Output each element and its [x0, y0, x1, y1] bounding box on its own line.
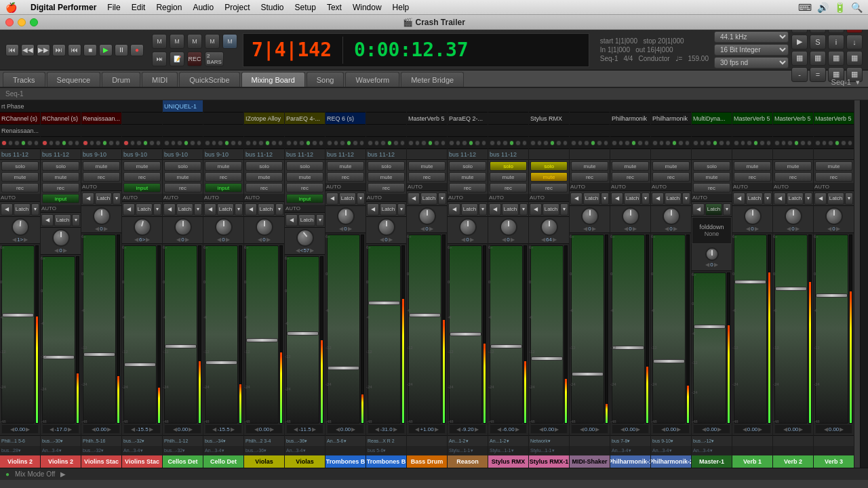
- plugin-slot-1-20[interactable]: [814, 100, 854, 113]
- pan-right-4[interactable]: ▶: [185, 237, 189, 243]
- mute-btn-20[interactable]: mute: [815, 161, 852, 171]
- auto-left-7[interactable]: ◀: [285, 214, 298, 226]
- menu-file[interactable]: File: [107, 3, 120, 12]
- grid3-icon-btn[interactable]: ▦: [828, 51, 844, 66]
- rec-btn-4[interactable]: rec: [164, 183, 201, 192]
- bottom-bus1-12[interactable]: An...1-2▾: [488, 436, 528, 446]
- vertical-scrollbar[interactable]: [860, 100, 868, 468]
- rec-btn-2[interactable]: rec: [83, 172, 120, 182]
- latch-btn-8[interactable]: Latch: [339, 192, 356, 205]
- bottom-bus1-0[interactable]: Phili...1 5-6: [0, 436, 40, 446]
- fader-up-4[interactable]: ▶: [189, 426, 193, 432]
- solo-btn-11[interactable]: solo: [449, 161, 486, 171]
- fader-thumb-6[interactable]: [246, 338, 278, 342]
- mute-btn-6[interactable]: mute: [245, 172, 283, 182]
- auto-left-12[interactable]: ◀: [489, 203, 501, 216]
- plugin-slot-3-10[interactable]: [407, 125, 447, 137]
- mode-btn-rec[interactable]: REC: [187, 52, 202, 66]
- auto-right-10[interactable]: ▾: [438, 192, 446, 205]
- fader-down-9[interactable]: ◀: [375, 426, 379, 432]
- pan-knob-10[interactable]: [418, 207, 436, 225]
- auto-right-5[interactable]: ▾: [235, 203, 243, 216]
- solo-btn-1[interactable]: solo: [42, 161, 79, 171]
- plugin-slot-1-4[interactable]: UNIQUEL-1: [163, 100, 203, 113]
- pan-right-19[interactable]: ▶: [795, 226, 800, 232]
- fader-track-16[interactable]: [652, 235, 686, 424]
- fader-up-7[interactable]: ▶: [312, 426, 316, 432]
- pan-right-7[interactable]: ▶: [310, 247, 314, 253]
- fader-down-20[interactable]: ◀: [824, 426, 828, 432]
- plugin-slot-1-12[interactable]: [488, 100, 528, 113]
- mute-btn-11[interactable]: mute: [449, 172, 486, 182]
- fader-track-4[interactable]: [164, 245, 197, 424]
- auto-right-3[interactable]: ▾: [153, 203, 161, 216]
- bottom-bus1-16[interactable]: bus 9-10▾: [651, 436, 691, 446]
- plugin-slot-3-12[interactable]: [488, 125, 528, 137]
- bottom-bus1-8[interactable]: An...5-6▾: [326, 436, 366, 446]
- tab-song[interactable]: Song: [307, 72, 344, 87]
- plugin-slot-3-8[interactable]: [326, 125, 366, 137]
- channel-label-bar-4[interactable]: Cellos Det: [163, 455, 203, 468]
- auto-left-0[interactable]: ◀: [1, 203, 13, 216]
- solo-btn-4[interactable]: solo: [164, 161, 201, 171]
- fader-track-14[interactable]: [571, 235, 604, 424]
- fader-up-14[interactable]: ▶: [595, 426, 599, 432]
- pan-left-8[interactable]: ◀: [339, 226, 343, 232]
- fader-thumb-3[interactable]: [124, 363, 156, 367]
- input-btn-1[interactable]: input: [42, 194, 79, 203]
- fader-down-2[interactable]: ◀: [92, 426, 96, 432]
- plugin-slot-2-8[interactable]: REQ 6 (s): [326, 113, 366, 125]
- fader-thumb-7[interactable]: [287, 331, 319, 336]
- pan-left-17[interactable]: ◀: [705, 262, 709, 268]
- bottom-route-4[interactable]: bus...-32▾: [163, 446, 203, 455]
- latch-btn-15[interactable]: Latch: [624, 192, 641, 205]
- pan-left-16[interactable]: ◀: [665, 226, 669, 232]
- pan-knob-8[interactable]: [337, 207, 355, 225]
- tab-mixing-board[interactable]: Mixing Board: [241, 72, 305, 87]
- pan-right-17[interactable]: ▶: [714, 262, 718, 268]
- pan-right-5[interactable]: ▶: [226, 237, 230, 243]
- plugin-slot-2-1[interactable]: RChannel (s): [41, 113, 81, 125]
- pan-right-6[interactable]: ▶: [267, 237, 271, 243]
- fader-track-12[interactable]: [490, 245, 523, 424]
- channel-label-bar-17[interactable]: Master-1: [692, 455, 732, 468]
- plugin-slot-3-19[interactable]: [773, 125, 813, 137]
- fader-down-4[interactable]: ◀: [173, 426, 177, 432]
- fader-thumb-5[interactable]: [205, 361, 237, 365]
- auto-right-17[interactable]: ▾: [723, 203, 731, 216]
- channel-label-bar-15[interactable]: Philharmonik-1: [610, 455, 650, 468]
- mute-btn-16[interactable]: mute: [652, 161, 690, 171]
- fader-down-0[interactable]: ◀: [10, 426, 14, 432]
- apple-menu[interactable]: 🍎: [5, 2, 17, 13]
- auto-left-1[interactable]: ◀: [41, 214, 54, 226]
- input-btn-3[interactable]: input: [123, 183, 161, 192]
- bottom-route-2[interactable]: bus...-32▾: [81, 446, 121, 455]
- fader-up-0[interactable]: ▶: [26, 426, 30, 432]
- fader-track-13[interactable]: [530, 245, 564, 424]
- bottom-route-3[interactable]: An...3-4▾: [122, 446, 162, 455]
- fader-down-16[interactable]: ◀: [661, 426, 665, 432]
- channel-label-bar-2[interactable]: Violins Stac: [81, 455, 121, 468]
- plugin-slot-1-15[interactable]: [610, 100, 650, 113]
- pan-right-18[interactable]: ▶: [755, 226, 759, 232]
- auto-left-5[interactable]: ◀: [204, 203, 216, 216]
- auto-left-6[interactable]: ◀: [245, 203, 257, 216]
- auto-right-8[interactable]: ▾: [357, 192, 365, 205]
- bottom-route-19[interactable]: [773, 446, 813, 455]
- latch-btn-2[interactable]: Latch: [95, 192, 112, 205]
- fader-down-5[interactable]: ◀: [212, 426, 216, 432]
- mute-btn-4[interactable]: mute: [164, 172, 201, 182]
- plugin-slot-2-3[interactable]: [122, 113, 162, 125]
- pan-left-18[interactable]: ◀: [746, 226, 750, 232]
- channel-label-bar-9[interactable]: Trombones B: [366, 455, 406, 468]
- pan-right-14[interactable]: ▶: [592, 226, 596, 232]
- rate-dropdown[interactable]: 44.1 kHz: [714, 31, 789, 43]
- latch-btn-14[interactable]: Latch: [583, 192, 600, 205]
- fader-down-3[interactable]: ◀: [131, 426, 135, 432]
- plugin-slot-2-9[interactable]: [366, 113, 406, 125]
- tab-meter-bridge[interactable]: Meter Bridge: [401, 72, 464, 87]
- plugin-slot-1-18[interactable]: [732, 100, 772, 113]
- auto-left-19[interactable]: ◀: [774, 192, 786, 205]
- latch-btn-11[interactable]: Latch: [461, 203, 478, 216]
- mute-btn-9[interactable]: mute: [368, 172, 405, 182]
